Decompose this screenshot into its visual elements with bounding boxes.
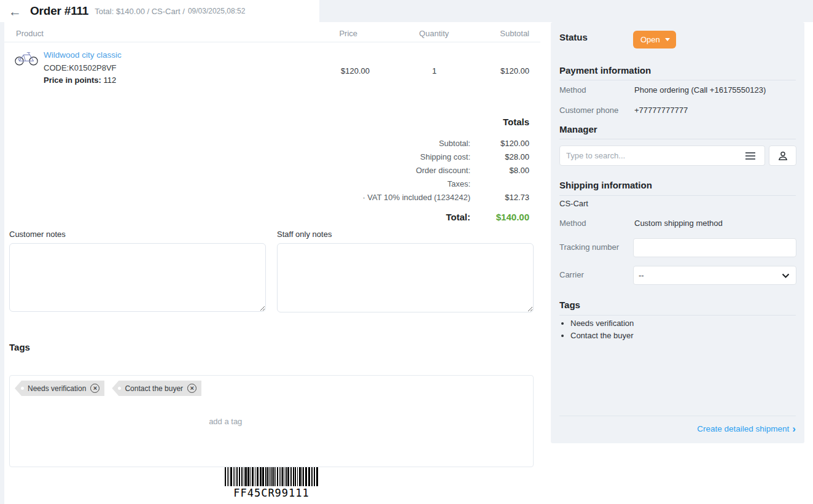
payment-method-value: Phone ordering (Call +16175550123) xyxy=(634,85,766,95)
barcode-bars xyxy=(216,467,327,486)
remove-tag-icon[interactable]: × xyxy=(187,384,196,393)
sidebar-tag-item: Needs verification xyxy=(570,317,634,330)
totals-value: $8.00 xyxy=(470,166,529,175)
shipping-method-value: Custom shipping method xyxy=(634,219,723,228)
shipping-heading: Shipping information xyxy=(559,180,652,190)
payment-heading: Payment information xyxy=(559,65,651,76)
chevron-down-icon xyxy=(665,38,670,41)
page-subtitle: Total: $140.00 / CS-Cart / xyxy=(95,7,185,16)
status-label: Open xyxy=(640,35,660,44)
manager-heading: Manager xyxy=(559,124,597,134)
product-points-label: Price in points: xyxy=(44,76,101,85)
totals-row-discount: Order discount: $8.00 xyxy=(284,163,529,177)
totals-row-shipping: Shipping cost: $28.00 xyxy=(284,150,529,163)
totals-row-vat: · VAT 10% included (1234242) $12.73 xyxy=(284,190,529,204)
tracking-number-label: Tracking number xyxy=(559,242,619,252)
totals-label: Shipping cost: xyxy=(284,152,470,161)
column-header-quantity: Quantity xyxy=(419,29,449,38)
product-points: Price in points: 112 xyxy=(44,76,116,85)
table-header-divider xyxy=(4,42,540,42)
add-tag-placeholder[interactable]: add a tag xyxy=(209,417,242,426)
hamburger-icon xyxy=(744,152,757,160)
tag-chip: Contact the buyer × xyxy=(112,381,201,396)
column-header-price: Price xyxy=(339,29,357,38)
column-header-subtotal: Subtotal xyxy=(500,29,529,38)
create-shipment-label: Create detailed shipment xyxy=(697,424,789,433)
totals-value: $28.00 xyxy=(470,152,529,161)
totals-heading: Totals xyxy=(503,117,529,127)
tags-section-heading: Tags xyxy=(9,342,30,352)
customer-notes-textarea[interactable] xyxy=(9,243,266,312)
payment-heading-divider xyxy=(559,80,796,80)
customer-phone-value: +77777777777 xyxy=(634,106,688,115)
shipping-method-label: Method xyxy=(559,219,586,228)
manager-heading-divider xyxy=(559,139,796,139)
totals-value: $12.73 xyxy=(470,193,529,202)
totals-label: Subtotal: xyxy=(284,139,470,148)
person-icon xyxy=(777,150,789,162)
totals-label: Taxes: xyxy=(284,179,470,188)
carrier-select[interactable]: -- xyxy=(633,266,796,285)
tracking-number-input[interactable] xyxy=(633,238,796,257)
tag-chip-label: Contact the buyer xyxy=(125,384,183,393)
manager-search-input[interactable] xyxy=(559,145,737,166)
shipping-heading-divider xyxy=(559,195,796,196)
status-dropdown-button[interactable]: Open xyxy=(633,31,676,48)
product-image xyxy=(14,48,39,68)
sidebar-tags-divider xyxy=(559,315,796,316)
chevron-right-icon: › xyxy=(792,424,796,434)
payment-method-label: Method xyxy=(559,85,586,95)
product-code: CODE:K01502P8VF xyxy=(44,63,117,72)
tag-chip: Needs verification × xyxy=(15,381,104,396)
back-arrow-icon[interactable]: ← xyxy=(9,5,21,18)
header-title-block: ← Order #111 Total: $140.00 / CS-Cart / … xyxy=(0,0,319,22)
column-header-product: Product xyxy=(16,29,44,38)
carrier-label: Carrier xyxy=(559,270,584,279)
grand-total-label: Total: xyxy=(284,212,470,222)
totals-label: Order discount: xyxy=(284,166,470,175)
product-subtotal: $120.00 xyxy=(500,66,529,76)
customer-phone-label: Customer phone xyxy=(559,106,618,115)
order-sidebar: Status Open Payment information Method P… xyxy=(551,22,804,443)
page-date: 09/03/2025,08:52 xyxy=(188,7,245,15)
page-title: Order #111 xyxy=(30,4,88,18)
totals-block: Subtotal: $120.00 Shipping cost: $28.00 … xyxy=(284,136,529,225)
status-heading: Status xyxy=(559,32,588,42)
product-price: $120.00 xyxy=(341,66,370,76)
tag-chip-label: Needs verification xyxy=(28,384,86,393)
sidebar-footer-divider xyxy=(559,416,796,416)
grand-total-value: $140.00 xyxy=(470,212,529,222)
assign-manager-button[interactable] xyxy=(769,145,796,166)
product-quantity: 1 xyxy=(432,66,437,76)
bicycle-icon xyxy=(14,48,39,67)
staff-notes-textarea[interactable] xyxy=(277,243,534,312)
manager-list-button[interactable] xyxy=(736,145,765,166)
sidebar-tags-list: Needs verification Contact the buyer xyxy=(570,317,634,342)
sidebar-tags-heading: Tags xyxy=(559,300,580,310)
left-gutter xyxy=(0,22,4,504)
remove-tag-icon[interactable]: × xyxy=(90,384,99,393)
create-shipment-link[interactable]: Create detailed shipment › xyxy=(697,424,796,434)
totals-label: · VAT 10% included (1234242) xyxy=(284,193,470,202)
product-name-link[interactable]: Wildwood city classic xyxy=(44,50,122,60)
totals-row-subtotal: Subtotal: $120.00 xyxy=(284,136,529,150)
totals-value: $120.00 xyxy=(470,139,529,148)
tags-editor[interactable]: Needs verification × Contact the buyer ×… xyxy=(9,375,534,467)
sidebar-tag-item: Contact the buyer xyxy=(570,330,634,342)
barcode-value: FF45CR99111 xyxy=(216,487,327,499)
customer-notes-label: Customer notes xyxy=(9,230,66,239)
grand-total-row: Total: $140.00 xyxy=(284,209,529,225)
shipping-vendor: CS-Cart xyxy=(559,199,588,208)
order-barcode: FF45CR99111 xyxy=(216,467,327,499)
staff-notes-label: Staff only notes xyxy=(277,230,332,239)
totals-row-taxes: Taxes: xyxy=(284,177,529,190)
product-points-value: 112 xyxy=(101,76,116,85)
